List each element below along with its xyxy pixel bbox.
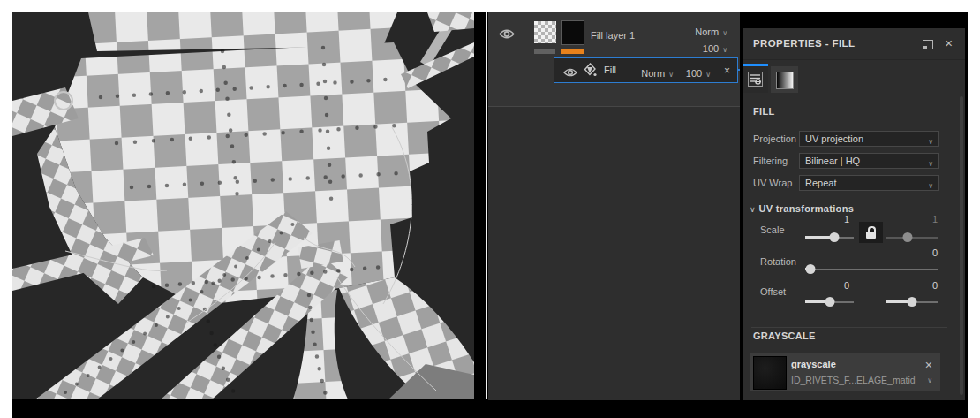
offset-u-value[interactable]: 0 xyxy=(805,280,849,291)
undock-panel-icon[interactable] xyxy=(923,40,933,49)
scale-v-slider xyxy=(886,232,938,243)
scale-v-value: 1 xyxy=(893,214,938,224)
effect-opacity-dropdown[interactable]: 100∨ xyxy=(686,65,711,80)
close-panel-button[interactable]: × xyxy=(945,36,953,49)
effect-delete-button[interactable]: × xyxy=(724,65,730,76)
chevron-down-icon: ∨ xyxy=(928,135,933,149)
projection-label: Projection xyxy=(753,133,796,144)
viewport-3d-model xyxy=(12,12,474,399)
layer-opacity-dropdown[interactable]: 100∨ xyxy=(703,40,727,56)
rotation-value[interactable]: 0 xyxy=(805,247,938,258)
chevron-down-icon: ∨ xyxy=(722,46,727,54)
properties-scrollbar[interactable] xyxy=(960,96,963,395)
fill-section-header: FILL xyxy=(753,106,774,117)
grayscale-resource-clear-button[interactable]: × xyxy=(925,359,932,371)
projection-dropdown[interactable]: UV projection ∨ xyxy=(799,131,939,147)
grayscale-resource-thumbnail xyxy=(753,356,787,390)
scale-u-value[interactable]: 1 xyxy=(805,214,849,224)
uv-transformations-header: UV transformations xyxy=(759,203,854,214)
scale-lock-button[interactable] xyxy=(859,222,883,243)
filtering-dropdown[interactable]: Bilinear | HQ ∨ xyxy=(799,153,939,169)
layer-mask-thumbnail[interactable] xyxy=(534,21,556,43)
grayscale-section-header: GRAYSCALE xyxy=(753,331,816,341)
tab-properties[interactable] xyxy=(743,66,768,93)
properties-list-icon xyxy=(748,72,763,87)
section-divider xyxy=(751,327,947,328)
paint-bucket-icon xyxy=(584,63,597,80)
app-window: Fill layer 1 Norm∨ 100∨ xyxy=(0,0,980,418)
scale-u-slider[interactable] xyxy=(805,232,854,243)
mask-channel-indicator xyxy=(534,49,555,54)
scale-label: Scale xyxy=(760,224,785,235)
effect-blend-mode-dropdown[interactable]: Norm∨ xyxy=(641,65,674,80)
chevron-down-icon: ∨ xyxy=(705,71,711,79)
offset-label: Offset xyxy=(760,286,786,297)
grayscale-resource-id: ID_RIVETS_F...ELAGE_matid xyxy=(791,375,916,385)
layer-visibility-eye-icon[interactable] xyxy=(499,27,515,43)
grayscale-gradient-icon xyxy=(776,72,794,89)
uv-wrap-dropdown[interactable]: Repeat ∨ xyxy=(799,175,939,191)
grayscale-resource-selector[interactable]: grayscale × ID_RIVETS_F...ELAGE_matid ∨ xyxy=(750,353,940,391)
effect-name: Fill xyxy=(604,65,616,75)
rotation-label: Rotation xyxy=(760,256,796,267)
tab-grayscale-material[interactable] xyxy=(771,66,798,93)
chevron-down-icon: ∨ xyxy=(750,205,756,214)
filtering-label: Filtering xyxy=(753,156,788,166)
chevron-down-icon: ∨ xyxy=(722,29,727,37)
rotation-slider[interactable] xyxy=(805,263,938,275)
effect-visibility-eye-icon[interactable] xyxy=(563,65,577,81)
layers-panel: Fill layer 1 Norm∨ 100∨ xyxy=(488,12,740,400)
layer-blend-mode-dropdown[interactable]: Norm∨ xyxy=(695,23,727,39)
selection-tick xyxy=(738,69,740,71)
chevron-down-icon: ∨ xyxy=(928,157,933,171)
offset-u-slider[interactable] xyxy=(805,296,854,308)
active-channel-indicator xyxy=(561,49,584,54)
layer-name[interactable]: Fill layer 1 xyxy=(591,30,635,41)
panel-splitter[interactable] xyxy=(486,12,487,399)
grayscale-resource-name: grayscale xyxy=(791,359,836,369)
layer-stack: Fill layer 1 Norm∨ 100∨ xyxy=(488,12,740,107)
uv-wrap-label: UV Wrap xyxy=(753,178,792,188)
chevron-down-icon: ∨ xyxy=(668,71,674,79)
chevron-down-icon[interactable]: ∨ xyxy=(927,376,932,384)
offset-v-value[interactable]: 0 xyxy=(893,280,938,291)
properties-title-bar: PROPERTIES - FILL × xyxy=(743,28,965,60)
viewport-3d[interactable] xyxy=(12,12,474,399)
properties-panel-title: PROPERTIES - FILL xyxy=(753,38,855,49)
offset-v-slider[interactable] xyxy=(886,296,938,308)
chevron-down-icon: ∨ xyxy=(928,179,933,194)
fill-effect-row-selected[interactable]: Fill Norm∨ 100∨ × xyxy=(554,57,738,83)
layer-content-thumbnail[interactable] xyxy=(561,20,584,45)
properties-panel: PROPERTIES - FILL × FILL Projection UV p… xyxy=(743,28,965,400)
